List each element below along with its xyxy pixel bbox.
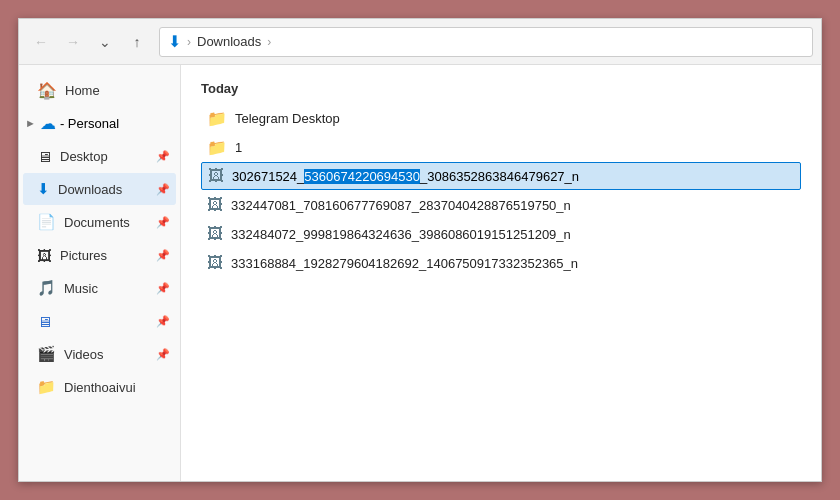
music-icon: 🎵 [37,279,56,297]
expand-arrow-icon: ► [25,117,36,129]
list-item[interactable]: 🖼 332484072_999819864324636_398608601915… [201,220,801,248]
address-breadcrumb-downloads: Downloads [197,34,261,49]
sidebar-item-pictures[interactable]: 🖼 Pictures 📌 [23,239,176,271]
file-name: Telegram Desktop [235,111,340,126]
list-item[interactable]: 📁 1 [201,133,801,161]
sidebar-item-documents[interactable]: 📄 Documents 📌 [23,206,176,238]
monitor-icon: 🖥 [37,313,52,330]
sidebar-label-documents: Documents [64,215,130,230]
section-title-today: Today [201,81,801,96]
forward-button[interactable]: → [59,28,87,56]
file-explorer-window: ← → ⌄ ↑ ⬇ › Downloads › 🏠 Home ► ☁ - Per… [18,18,822,482]
selected-text: 5360674220694530 [304,169,420,184]
downloads-nav-icon: ⬇ [168,32,181,51]
file-name: 332447081_708160677769087_28370404288765… [231,198,571,213]
sidebar-label-pictures: Pictures [60,248,107,263]
pin-icon-pictures: 📌 [156,249,170,262]
image-file-icon: 🖼 [207,225,223,243]
image-file-icon: 🖼 [207,254,223,272]
up-button[interactable]: ↑ [123,28,151,56]
file-area: Today 📁 Telegram Desktop 📁 1 🖼 302671524… [181,65,821,481]
image-file-icon: 🖼 [208,167,224,185]
list-item[interactable]: 🖼 333168884_1928279604182692_14067509173… [201,249,801,277]
folder-icon: 📁 [207,109,227,128]
image-file-icon: 🖼 [207,196,223,214]
pin-icon-desktop: 📌 [156,150,170,163]
downloads-sidebar-icon: ⬇ [37,180,50,198]
list-item[interactable]: 📁 Telegram Desktop [201,104,801,132]
back-button[interactable]: ← [27,28,55,56]
address-separator-2: › [267,35,271,49]
sidebar-item-downloads[interactable]: ⬇ Downloads 📌 [23,173,176,205]
pin-icon-music: 📌 [156,282,170,295]
file-name: 332484072_999819864324636_39860860191512… [231,227,571,242]
sidebar-label-downloads: Downloads [58,182,122,197]
file-name: 333168884_1928279604182692_1406750917332… [231,256,578,271]
sidebar-item-desktop[interactable]: 🖥 Desktop 📌 [23,140,176,172]
address-separator-1: › [187,35,191,49]
sidebar-item-monitor[interactable]: 🖥 📌 [23,305,176,337]
file-name: 302671524_5360674220694530_3086352863846… [232,169,579,184]
sidebar-label-music: Music [64,281,98,296]
sidebar-item-videos[interactable]: 🎬 Videos 📌 [23,338,176,370]
sidebar-label-desktop: Desktop [60,149,108,164]
dienthoaivui-icon: 📁 [37,378,56,396]
sidebar: 🏠 Home ► ☁ - Personal 🖥 Desktop 📌 ⬇ Down… [19,65,181,481]
sidebar-item-dienthoaivui[interactable]: 📁 Dienthoaivui [23,371,176,403]
sidebar-item-home[interactable]: 🏠 Home [23,74,176,106]
folder-lock-icon: 📁 [207,138,227,157]
pin-icon-videos: 📌 [156,348,170,361]
file-name: 1 [235,140,242,155]
sidebar-label-videos: Videos [64,347,104,362]
videos-icon: 🎬 [37,345,56,363]
sidebar-label-personal: - Personal [60,116,119,131]
list-item[interactable]: 🖼 332447081_708160677769087_283704042887… [201,191,801,219]
pin-icon-monitor: 📌 [156,315,170,328]
cloud-icon: ☁ [40,114,56,133]
main-content: 🏠 Home ► ☁ - Personal 🖥 Desktop 📌 ⬇ Down… [19,65,821,481]
dropdown-button[interactable]: ⌄ [91,28,119,56]
sidebar-item-music[interactable]: 🎵 Music 📌 [23,272,176,304]
pin-icon-downloads: 📌 [156,183,170,196]
sidebar-label-home: Home [65,83,100,98]
address-bar[interactable]: ⬇ › Downloads › [159,27,813,57]
sidebar-item-personal[interactable]: ► ☁ - Personal [19,107,180,139]
desktop-icon: 🖥 [37,148,52,165]
home-icon: 🏠 [37,81,57,100]
sidebar-label-dienthoaivui: Dienthoaivui [64,380,136,395]
nav-bar: ← → ⌄ ↑ ⬇ › Downloads › [19,19,821,65]
documents-icon: 📄 [37,213,56,231]
pictures-icon: 🖼 [37,247,52,264]
list-item[interactable]: 🖼 302671524_5360674220694530_30863528638… [201,162,801,190]
pin-icon-documents: 📌 [156,216,170,229]
